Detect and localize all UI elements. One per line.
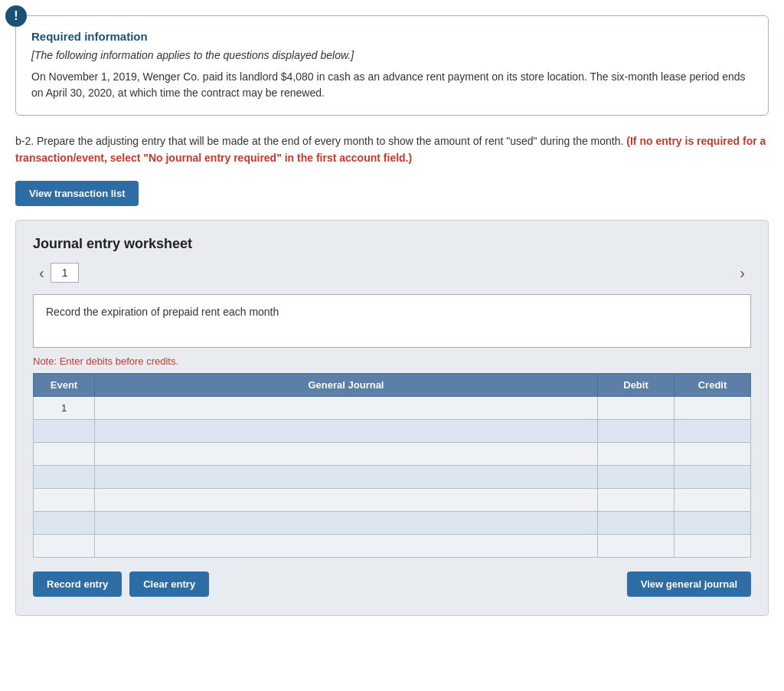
view-general-journal-button[interactable]: View general journal bbox=[627, 571, 751, 597]
nav-row: ‹ 1 › bbox=[33, 263, 751, 283]
view-transaction-section: View transaction list bbox=[15, 181, 769, 206]
credit-cell[interactable] bbox=[675, 488, 751, 511]
debit-cell[interactable] bbox=[598, 442, 675, 465]
general-journal-input[interactable] bbox=[95, 443, 597, 465]
credit-cell[interactable] bbox=[675, 396, 751, 419]
general-journal-input[interactable] bbox=[95, 535, 597, 557]
table-row bbox=[34, 534, 751, 557]
general-journal-cell[interactable] bbox=[95, 396, 598, 419]
table-row bbox=[34, 465, 751, 488]
event-cell bbox=[34, 488, 95, 511]
general-journal-input[interactable] bbox=[95, 512, 597, 534]
general-journal-input[interactable] bbox=[95, 397, 597, 419]
table-row bbox=[34, 488, 751, 511]
debit-cell[interactable] bbox=[598, 488, 675, 511]
general-journal-cell[interactable] bbox=[95, 488, 598, 511]
credit-input[interactable] bbox=[675, 512, 750, 534]
general-journal-cell[interactable] bbox=[95, 465, 598, 488]
event-cell bbox=[34, 534, 95, 557]
event-cell: 1 bbox=[34, 396, 95, 419]
credit-cell[interactable] bbox=[675, 534, 751, 557]
credit-cell[interactable] bbox=[675, 442, 751, 465]
debit-input[interactable] bbox=[598, 466, 674, 488]
debit-cell[interactable] bbox=[598, 419, 675, 442]
info-body: On November 1, 2019, Wenger Co. paid its… bbox=[31, 69, 753, 101]
current-tab: 1 bbox=[51, 263, 80, 283]
credit-cell[interactable] bbox=[675, 465, 751, 488]
worksheet-title: Journal entry worksheet bbox=[33, 236, 751, 252]
debit-cell[interactable] bbox=[598, 396, 675, 419]
credit-input[interactable] bbox=[675, 466, 750, 488]
info-icon: ! bbox=[5, 5, 27, 27]
credit-input[interactable] bbox=[675, 443, 750, 465]
worksheet-container: Journal entry worksheet ‹ 1 › Record the… bbox=[15, 220, 769, 616]
general-journal-input[interactable] bbox=[95, 489, 597, 511]
debit-cell[interactable] bbox=[598, 465, 675, 488]
journal-table: Event General Journal Debit Credit 1 bbox=[33, 373, 751, 558]
credit-input[interactable] bbox=[675, 420, 750, 442]
general-journal-cell[interactable] bbox=[95, 534, 598, 557]
general-journal-cell[interactable] bbox=[95, 442, 598, 465]
debit-cell[interactable] bbox=[598, 511, 675, 534]
info-subtitle: [The following information applies to th… bbox=[31, 49, 753, 61]
info-box: ! Required information [The following in… bbox=[15, 15, 769, 116]
general-journal-cell[interactable] bbox=[95, 419, 598, 442]
event-cell bbox=[34, 465, 95, 488]
instructions-main: b-2. Prepare the adjusting entry that wi… bbox=[15, 135, 623, 147]
debit-input[interactable] bbox=[598, 443, 674, 465]
credit-input[interactable] bbox=[675, 489, 750, 511]
header-event: Event bbox=[34, 373, 95, 396]
header-debit: Debit bbox=[598, 373, 675, 396]
prev-nav-button[interactable]: ‹ bbox=[33, 263, 51, 283]
general-journal-input[interactable] bbox=[95, 420, 597, 442]
event-cell bbox=[34, 511, 95, 534]
table-row: 1 bbox=[34, 396, 751, 419]
debit-input[interactable] bbox=[598, 512, 674, 534]
debit-cell[interactable] bbox=[598, 534, 675, 557]
debit-input[interactable] bbox=[598, 420, 674, 442]
next-nav-button[interactable]: › bbox=[733, 263, 751, 283]
debit-input[interactable] bbox=[598, 489, 674, 511]
table-row bbox=[34, 442, 751, 465]
header-credit: Credit bbox=[675, 373, 751, 396]
credit-cell[interactable] bbox=[675, 511, 751, 534]
clear-entry-button[interactable]: Clear entry bbox=[129, 571, 209, 597]
description-box: Record the expiration of prepaid rent ea… bbox=[33, 294, 751, 348]
debit-input[interactable] bbox=[598, 535, 674, 557]
header-journal: General Journal bbox=[95, 373, 598, 396]
general-journal-input[interactable] bbox=[95, 466, 597, 488]
credit-input[interactable] bbox=[675, 535, 750, 557]
instructions: b-2. Prepare the adjusting entry that wi… bbox=[15, 133, 769, 167]
table-row bbox=[34, 419, 751, 442]
debit-input[interactable] bbox=[598, 397, 674, 419]
credit-cell[interactable] bbox=[675, 419, 751, 442]
general-journal-cell[interactable] bbox=[95, 511, 598, 534]
credit-input[interactable] bbox=[675, 397, 750, 419]
note-text: Note: Enter debits before credits. bbox=[33, 355, 751, 367]
event-cell bbox=[34, 442, 95, 465]
info-title: Required information bbox=[31, 30, 753, 43]
record-entry-button[interactable]: Record entry bbox=[33, 571, 122, 597]
bottom-buttons: Record entry Clear entry View general jo… bbox=[33, 571, 751, 597]
view-transaction-button[interactable]: View transaction list bbox=[15, 181, 139, 206]
table-row bbox=[34, 511, 751, 534]
event-cell bbox=[34, 419, 95, 442]
